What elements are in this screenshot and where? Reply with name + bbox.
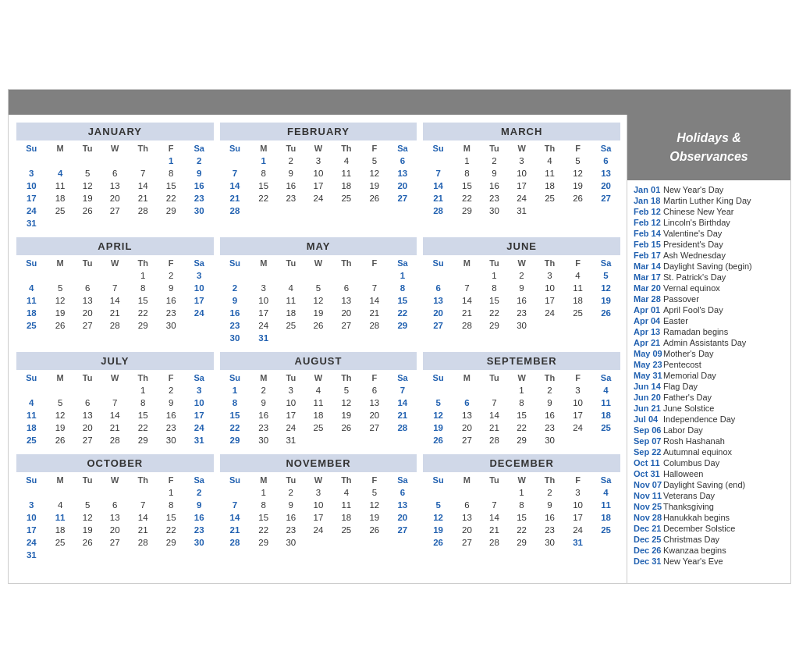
cal-cell: 6 <box>591 155 620 167</box>
cal-cell: 7 <box>453 282 481 294</box>
cal-cell: 20 <box>74 421 101 434</box>
holiday-item: Sep 07Rosh Hashanah <box>634 436 784 446</box>
day-header-th: Th <box>332 474 360 486</box>
cal-cell: 19 <box>423 421 453 434</box>
holiday-name: Thanksgiving <box>663 502 714 511</box>
cal-cell: 26 <box>332 421 360 434</box>
cal-cell: 18 <box>332 511 360 524</box>
holiday-name: Rosh Hashanah <box>663 436 725 446</box>
holiday-item: Oct 31Halloween <box>634 469 784 478</box>
holiday-date: Sep 22 <box>634 447 663 457</box>
cal-cell: 1 <box>453 155 481 167</box>
day-header-w: W <box>508 372 535 384</box>
cal-cell: 27 <box>388 524 417 536</box>
holiday-name: Autumnal equinox <box>663 447 732 457</box>
day-header-th: Th <box>129 372 158 384</box>
cal-cell: 24 <box>564 421 591 434</box>
day-header-th: Th <box>535 474 564 486</box>
cal-cell: 27 <box>423 319 453 332</box>
month-title: AUGUST <box>220 352 417 370</box>
day-header-f: F <box>360 257 388 269</box>
cal-cell: 15 <box>250 511 277 524</box>
cal-cell: 13 <box>332 294 360 307</box>
cal-cell: 10 <box>16 511 47 524</box>
cal-cell: 5 <box>47 282 74 294</box>
cal-cell: 7 <box>101 396 129 409</box>
cal-cell <box>332 434 360 446</box>
holiday-item: Sep 06Labor Day <box>634 425 784 435</box>
day-header-w: W <box>101 372 129 384</box>
cal-cell: 27 <box>101 536 129 549</box>
cal-cell: 8 <box>453 167 481 180</box>
cal-cell: 17 <box>508 180 535 192</box>
cal-cell: 25 <box>16 434 47 446</box>
cal-cell: 1 <box>388 269 417 282</box>
cal-cell: 26 <box>360 192 388 204</box>
cal-cell: 7 <box>481 499 508 511</box>
day-header-sa: Sa <box>591 474 620 486</box>
cal-cell: 10 <box>250 294 277 307</box>
cal-cell: 20 <box>591 180 620 192</box>
cal-cell: 11 <box>591 396 620 409</box>
cal-cell: 21 <box>481 524 508 536</box>
holiday-name: Hanukkah begins <box>663 513 730 522</box>
cal-cell: 23 <box>535 421 564 434</box>
holiday-item: Jan 01New Year's Day <box>634 185 784 194</box>
holiday-date: Dec 21 <box>634 524 663 533</box>
cal-cell: 9 <box>535 499 564 511</box>
cal-cell: 24 <box>535 307 564 319</box>
cal-cell: 22 <box>220 421 250 434</box>
cal-cell <box>101 549 129 561</box>
holiday-date: Oct 31 <box>634 469 663 478</box>
month-title: JANUARY <box>16 123 214 140</box>
cal-cell <box>360 204 388 217</box>
day-header-w: W <box>101 257 129 269</box>
cal-cell: 27 <box>388 192 417 204</box>
cal-cell: 22 <box>481 307 508 319</box>
cal-cell <box>423 384 453 396</box>
cal-cell: 31 <box>185 434 214 446</box>
cal-cell: 31 <box>16 549 47 561</box>
cal-cell: 12 <box>360 167 388 180</box>
cal-cell: 11 <box>47 511 74 524</box>
holiday-name: Veterans Day <box>663 491 715 500</box>
cal-cell: 3 <box>185 269 214 282</box>
cal-cell: 17 <box>250 307 277 319</box>
cal-cell: 13 <box>101 180 129 192</box>
cal-cell: 20 <box>360 409 388 421</box>
cal-cell: 2 <box>220 282 250 294</box>
holiday-item: Feb 14Valentine's Day <box>634 229 784 238</box>
cal-cell: 23 <box>250 421 277 434</box>
month-block-september: SEPTEMBERSuMTuWThFSa12345678910111213141… <box>423 352 620 446</box>
cal-cell: 20 <box>101 524 129 536</box>
cal-cell: 10 <box>535 282 564 294</box>
holiday-date: Feb 12 <box>634 218 663 227</box>
cal-cell: 4 <box>47 167 74 180</box>
cal-cell: 7 <box>423 167 453 180</box>
cal-cell: 28 <box>388 421 417 434</box>
day-header-sa: Sa <box>388 142 417 155</box>
cal-cell: 22 <box>388 307 417 319</box>
cal-cell: 28 <box>423 204 453 217</box>
cal-cell: 15 <box>481 294 508 307</box>
cal-cell <box>360 434 388 446</box>
holiday-item: Apr 13Ramadan begins <box>634 327 784 336</box>
cal-cell: 25 <box>591 524 620 536</box>
day-header-m: M <box>47 257 74 269</box>
cal-cell: 30 <box>508 319 535 332</box>
holiday-item: Oct 11Columbus Day <box>634 458 784 468</box>
cal-cell: 26 <box>423 434 453 446</box>
cal-cell: 18 <box>535 180 564 192</box>
cal-cell: 29 <box>481 319 508 332</box>
sidebar-header: Holidays &Observances <box>627 115 790 180</box>
holiday-item: Sep 22Autumnal equinox <box>634 447 784 457</box>
cal-cell: 27 <box>591 192 620 204</box>
cal-cell: 2 <box>185 486 214 499</box>
cal-cell <box>101 384 129 396</box>
holiday-date: Sep 07 <box>634 436 663 446</box>
cal-cell: 27 <box>74 319 101 332</box>
holiday-item: Apr 21Admin Assistants Day <box>634 338 784 347</box>
cal-cell: 16 <box>158 409 185 421</box>
cal-cell: 25 <box>535 192 564 204</box>
cal-cell: 21 <box>423 192 453 204</box>
